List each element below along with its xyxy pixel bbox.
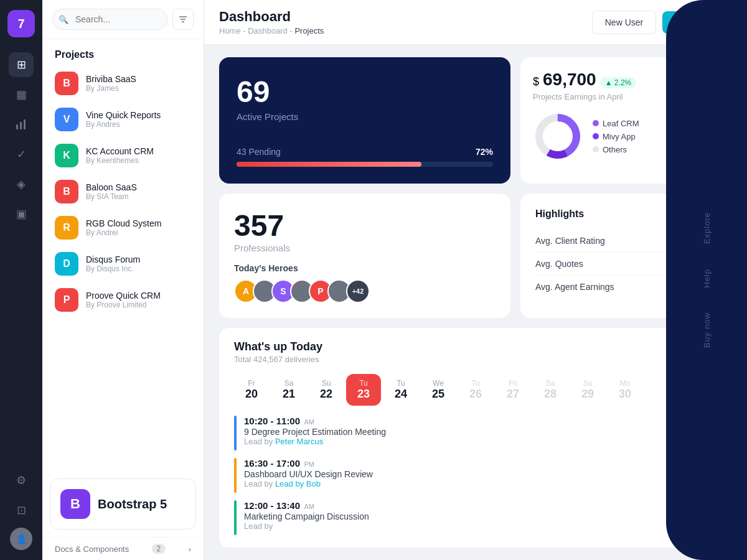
project-icon: B — [55, 72, 78, 95]
project-icon: R — [55, 216, 78, 240]
calendar-day[interactable]: Tu 23 — [346, 374, 381, 406]
whatsup-title: What's up Today — [234, 340, 717, 353]
legend-dot — [593, 146, 599, 152]
day-name: Tu — [397, 379, 405, 388]
legend-dot — [593, 120, 599, 126]
day-number: 28 — [544, 388, 557, 401]
nav-icon-settings[interactable]: ⚙ — [9, 468, 34, 493]
project-icon: P — [55, 288, 78, 312]
search-input[interactable] — [52, 9, 167, 30]
header-text: Dashboard Home - Dashboard - Projects — [219, 9, 324, 35]
active-projects-card: 69 Active Projects 43 Pending 72% — [219, 57, 510, 184]
bootstrap-label: Bootstrap 5 — [98, 497, 167, 511]
event-item: 16:30 - 17:00 PM Dashboard UI/UX Design … — [234, 458, 717, 493]
filter-button[interactable] — [172, 9, 194, 30]
day-number: 30 — [619, 388, 631, 401]
project-item[interactable]: R RGB Cloud System By Andrei — [50, 210, 196, 246]
project-item[interactable]: V Vine Quick Reports By Andres — [50, 101, 196, 138]
nav-icon-layers[interactable]: ◈ — [9, 172, 34, 197]
day-name: Su — [322, 379, 331, 388]
event-lead: Lead by Lead by Bob — [244, 479, 671, 488]
day-number: 27 — [507, 388, 519, 401]
event-ampm: PM — [304, 460, 315, 468]
project-by: By Disqus Inc. — [86, 264, 140, 273]
pending-row: 43 Pending 72% — [237, 147, 493, 157]
event-lead-link[interactable]: Lead by Bob — [275, 479, 321, 488]
right-panel: ExploreHelpBuy now — [666, 0, 747, 560]
side-tab[interactable]: Explore — [697, 200, 716, 256]
project-name: RGB Cloud System — [86, 218, 161, 228]
day-number: 26 — [469, 388, 482, 401]
event-ampm: AM — [304, 503, 315, 510]
project-item[interactable]: K KC Account CRM By Keenthemes — [50, 138, 196, 174]
hero-avatars: ASP+42 — [234, 279, 496, 303]
project-item[interactable]: B Briviba SaaS By James — [50, 65, 196, 101]
professionals-label: Professionals — [234, 243, 496, 253]
project-item[interactable]: P Proove Quick CRM By Proove Limited — [50, 282, 196, 318]
calendar-day[interactable]: Sa 21 — [271, 374, 306, 406]
side-tab[interactable]: Help — [697, 256, 716, 301]
calendar-day[interactable]: Tu 26 — [458, 374, 493, 406]
project-item[interactable]: B Baloon SaaS By SIA Team — [50, 174, 196, 210]
day-number: 23 — [357, 388, 370, 401]
calendar-day[interactable]: Su 29 — [570, 374, 605, 406]
nav-icon-grid2[interactable]: ⊡ — [9, 498, 34, 523]
docs-row[interactable]: Docs & Components 2 › — [42, 537, 204, 560]
nav-icon-grid[interactable]: ▦ — [9, 82, 34, 107]
calendar-day[interactable]: Fr 20 — [234, 374, 269, 406]
project-item[interactable]: D Disqus Forum By Disqus Inc. — [50, 246, 196, 282]
day-number: 24 — [395, 388, 407, 401]
donut-legend: Leaf CRMMivy AppOthers — [593, 119, 639, 154]
day-name: Sa — [284, 379, 294, 388]
project-by: By Keenthemes — [86, 156, 154, 165]
project-name: Vine Quick Reports — [86, 110, 161, 120]
calendar-day[interactable]: Su 22 — [309, 374, 344, 406]
whatsup-subtitle: Total 424,567 deliveries — [234, 355, 717, 364]
nav-icon-check[interactable]: ✓ — [9, 142, 34, 167]
event-time-row: 10:20 - 11:00 AM — [244, 416, 671, 427]
calendar-days: Fr 20 Sa 21 Su 22 Tu 23 Tu 24 We 25 Tu 2… — [234, 374, 717, 406]
breadcrumb: Home - Dashboard - Projects — [219, 26, 324, 35]
calendar-day[interactable]: Mo 30 — [608, 374, 642, 406]
progress-bar-fill — [237, 162, 421, 167]
svg-rect-2 — [24, 119, 26, 129]
calendar-day[interactable]: Fri 27 — [496, 374, 530, 406]
calendar-section: What's up Today Total 424,567 deliveries… — [219, 328, 732, 548]
event-lead-link[interactable]: Peter Marcus — [275, 437, 323, 446]
day-name: We — [433, 379, 444, 388]
sidebar: 🔍 Projects B Briviba SaaS By James V Vin… — [42, 0, 204, 560]
professionals-card: 357 Professionals Today's Heroes ASP+42 — [219, 194, 510, 318]
calendar-day[interactable]: Tu 24 — [383, 374, 418, 406]
highlight-name: Avg. Client Rating — [535, 236, 605, 246]
nav-icon-briefcase[interactable]: ▣ — [9, 202, 34, 226]
event-content: 16:30 - 17:00 PM Dashboard UI/UX Design … — [244, 458, 671, 488]
project-info: KC Account CRM By Keenthemes — [86, 146, 154, 165]
calendar-day[interactable]: We 25 — [421, 374, 456, 406]
heroes-label: Today's Heroes — [234, 263, 496, 273]
bootstrap-card[interactable]: B Bootstrap 5 — [50, 478, 196, 530]
day-name: Fr — [248, 379, 255, 388]
day-name: Mo — [620, 379, 631, 388]
side-tab[interactable]: Buy now — [697, 300, 716, 360]
pending-label: 43 Pending — [237, 147, 281, 157]
heroes-section: Today's Heroes ASP+42 — [234, 263, 496, 303]
nav-icon-dashboard[interactable]: ⊞ — [9, 52, 34, 77]
legend-item: Leaf CRM — [593, 119, 639, 128]
day-number: 22 — [320, 388, 332, 401]
new-user-button[interactable]: New User — [592, 11, 656, 34]
donut-chart — [533, 111, 583, 161]
project-by: By James — [86, 84, 136, 93]
project-icon: B — [55, 180, 78, 203]
nav-icon-chart[interactable] — [9, 112, 34, 137]
project-name: Baloon SaaS — [86, 182, 137, 192]
event-time: 12:00 - 13:40 — [244, 500, 300, 511]
event-name: Dashboard UI/UX Design Review — [244, 469, 671, 479]
active-projects-number: 69 — [237, 75, 493, 109]
earnings-badge: ▲ 2.2% — [600, 77, 637, 88]
nav-avatar[interactable]: 7 — [7, 10, 35, 37]
calendar-day[interactable]: Sa 28 — [533, 374, 568, 406]
project-info: RGB Cloud System By Andrei — [86, 218, 161, 237]
left-nav: 7 ⊞ ▦ ✓ ◈ ▣ ⚙ ⊡ 👤 — [0, 0, 42, 560]
nav-user-avatar[interactable]: 👤 — [10, 528, 32, 550]
project-by: By Andres — [86, 120, 161, 129]
